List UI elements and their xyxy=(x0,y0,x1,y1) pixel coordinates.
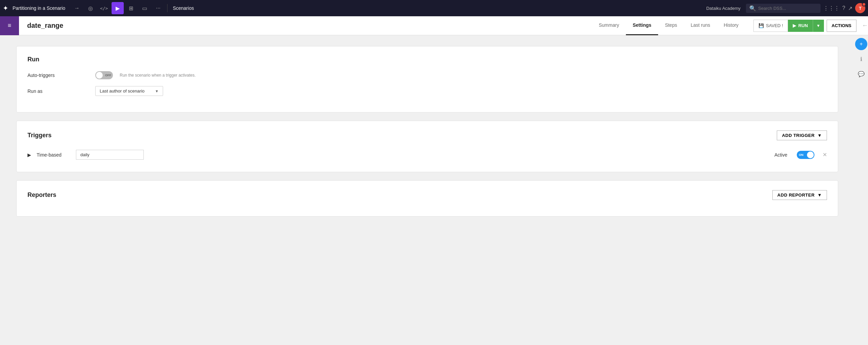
tab-steps[interactable]: Steps xyxy=(658,16,684,35)
user-avatar[interactable]: T xyxy=(855,3,865,13)
triggers-card: Triggers ADD TRIGGER ▼ ▶ Time-based Acti… xyxy=(16,121,838,172)
info-sidebar-icon[interactable]: ℹ xyxy=(855,53,867,65)
triggers-title: Triggers xyxy=(27,132,52,139)
add-sidebar-icon[interactable]: + xyxy=(855,38,867,50)
help-icon[interactable]: ? xyxy=(842,5,845,11)
auto-triggers-label: Auto-triggers xyxy=(27,73,95,78)
monitor-icon[interactable]: ▭ xyxy=(139,2,151,14)
main-content: Run Auto-triggers OFF Run the scenario w… xyxy=(0,35,854,345)
actions-button[interactable]: ACTIONS xyxy=(827,20,857,32)
nav-separator xyxy=(167,4,167,12)
tab-history[interactable]: History xyxy=(717,16,746,35)
search-box[interactable]: 🔍 xyxy=(746,4,821,13)
nav-actions: 💾 SAVED ! ▶ RUN ▼ ACTIONS xyxy=(753,20,856,32)
add-reporter-button[interactable]: ADD REPORTER ▼ xyxy=(772,190,827,200)
select-arrow-icon: ▼ xyxy=(155,89,159,93)
scenario-name: date_range xyxy=(19,22,72,29)
chat-sidebar-icon[interactable]: 💬 xyxy=(855,68,867,80)
run-dropdown-button[interactable]: ▼ xyxy=(813,20,824,32)
academy-label: Dataiku Academy xyxy=(706,6,741,11)
grid-icon[interactable]: ⋮⋮⋮ xyxy=(823,5,840,12)
more-icon[interactable]: ··· xyxy=(152,2,164,14)
reporters-card: Reporters ADD REPORTER ▼ xyxy=(16,180,838,217)
auto-triggers-toggle[interactable]: OFF xyxy=(95,71,113,79)
right-sidebar: + ℹ 💬 xyxy=(854,35,868,83)
run-card: Run Auto-triggers OFF Run the scenario w… xyxy=(16,46,838,113)
trend-icon[interactable]: ↗ xyxy=(848,5,852,12)
add-reporter-label: ADD REPORTER xyxy=(777,192,815,198)
trigger-active-toggle[interactable]: ON xyxy=(797,151,814,159)
run-button[interactable]: ▶ RUN xyxy=(788,20,812,32)
run-as-select[interactable]: Last author of scenario Current user xyxy=(100,88,152,94)
add-trigger-dropdown-icon: ▼ xyxy=(817,133,822,138)
trigger-type-label: Time-based xyxy=(37,152,71,158)
trigger-active-label: Active xyxy=(774,152,787,158)
add-trigger-label: ADD TRIGGER xyxy=(782,133,815,138)
add-reporter-dropdown-icon: ▼ xyxy=(817,192,822,198)
top-navbar: ✦ Partitioning in a Scenario → ◎ </> ▶ ⊞… xyxy=(0,0,868,16)
save-icon: 💾 xyxy=(758,23,764,28)
code-icon[interactable]: </> xyxy=(98,2,110,14)
target-icon[interactable]: ◎ xyxy=(84,2,97,14)
auto-triggers-desc: Run the scenario when a trigger activate… xyxy=(120,73,196,78)
secondary-bar: ≡ date_range Summary Settings Steps Last… xyxy=(0,16,868,35)
navbar-right: Dataiku Academy 🔍 ⋮⋮⋮ ? ↗ T xyxy=(706,3,865,13)
triggers-header: Triggers ADD TRIGGER ▼ xyxy=(27,130,827,140)
run-play-icon: ▶ xyxy=(793,23,796,28)
trigger-schedule-input[interactable] xyxy=(76,150,144,160)
saved-button[interactable]: 💾 SAVED ! xyxy=(753,20,788,32)
flow-icon[interactable]: → xyxy=(71,2,83,14)
table-icon[interactable]: ⊞ xyxy=(125,2,137,14)
toggle-off-label: OFF xyxy=(105,74,111,77)
tab-settings[interactable]: Settings xyxy=(626,16,658,35)
trigger-toggle-on-label: ON xyxy=(799,153,804,157)
trigger-close-icon[interactable]: ✕ xyxy=(823,151,827,158)
app-logo: ✦ xyxy=(3,4,8,12)
trigger-row: ▶ Time-based Active ON ✕ xyxy=(27,147,827,162)
page-tabs: Summary Settings Steps Last runs History xyxy=(592,16,745,35)
run-as-label: Run as xyxy=(27,88,95,94)
add-trigger-button[interactable]: ADD TRIGGER ▼ xyxy=(777,130,827,140)
reporters-header: Reporters ADD REPORTER ▼ xyxy=(27,190,827,200)
search-input[interactable] xyxy=(758,6,817,11)
search-icon: 🔍 xyxy=(749,5,756,12)
run-title: Run xyxy=(27,56,827,63)
sidebar-toggle[interactable]: ≡ xyxy=(0,16,19,35)
tab-last-runs[interactable]: Last runs xyxy=(684,16,717,35)
tab-summary[interactable]: Summary xyxy=(592,16,626,35)
reporters-title: Reporters xyxy=(27,191,56,199)
project-title: Partitioning in a Scenario xyxy=(13,5,65,11)
section-label: Scenarios xyxy=(173,5,194,11)
run-as-row: Run as Last author of scenario Current u… xyxy=(27,86,827,96)
back-button[interactable]: ← xyxy=(862,22,868,29)
auto-triggers-row: Auto-triggers OFF Run the scenario when … xyxy=(27,71,827,79)
play-icon[interactable]: ▶ xyxy=(112,2,124,14)
run-as-select-wrapper[interactable]: Last author of scenario Current user ▼ xyxy=(95,86,163,96)
trigger-expand-icon[interactable]: ▶ xyxy=(27,152,31,158)
